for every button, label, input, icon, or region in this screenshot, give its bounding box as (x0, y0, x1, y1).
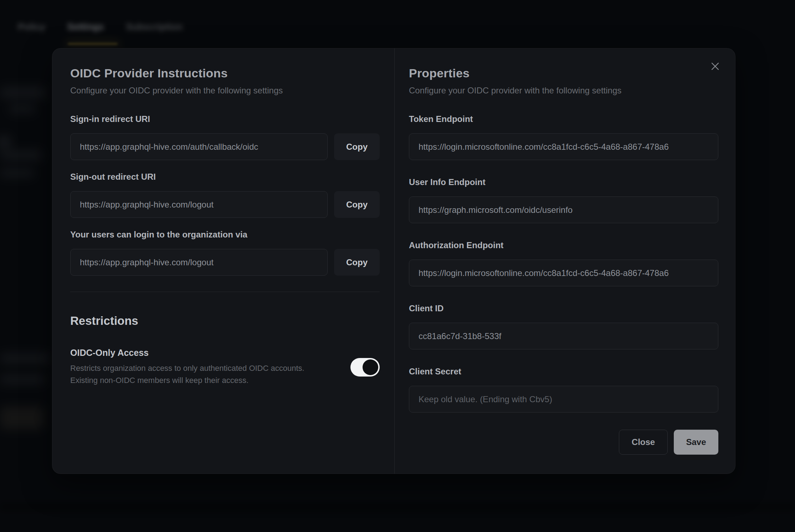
field-group-token-endpoint: Token Endpoint (409, 114, 718, 160)
field-group-authorization-endpoint: Authorization Endpoint (409, 240, 718, 286)
save-button[interactable]: Save (674, 430, 718, 455)
properties-title: Properties (409, 66, 718, 80)
sign-out-redirect-copy-button[interactable]: Copy (334, 191, 380, 218)
sign-out-redirect-uri-label: Sign-out redirect URI (70, 172, 380, 182)
client-id-input[interactable] (409, 323, 718, 349)
section-divider (70, 292, 380, 292)
field-group-sign-in-redirect: Sign-in redirect URI Copy (70, 114, 380, 160)
client-secret-input[interactable] (409, 386, 718, 413)
field-group-sign-out-redirect: Sign-out redirect URI Copy (70, 172, 380, 218)
sign-out-redirect-uri-input[interactable] (70, 191, 328, 218)
user-info-endpoint-input[interactable] (409, 196, 718, 223)
sign-in-redirect-uri-label: Sign-in redirect URI (70, 114, 380, 124)
sign-in-redirect-copy-button[interactable]: Copy (334, 133, 380, 160)
login-via-input[interactable] (70, 249, 328, 276)
login-via-label: Your users can login to the organization… (70, 230, 380, 240)
user-info-endpoint-label: User Info Endpoint (409, 177, 718, 187)
authorization-endpoint-label: Authorization Endpoint (409, 240, 718, 250)
close-button[interactable]: Close (619, 430, 668, 455)
instructions-subtitle: Configure your OIDC provider with the fo… (70, 86, 380, 96)
oidc-only-access-text: OIDC-Only Access Restricts organization … (70, 348, 304, 387)
field-group-client-id: Client ID (409, 303, 718, 349)
oidc-instructions-section: OIDC Provider Instructions Configure you… (52, 48, 394, 474)
authorization-endpoint-input[interactable] (409, 260, 718, 286)
oidc-only-access-description: Restricts organization access to only au… (70, 362, 304, 387)
field-group-login-via: Your users can login to the organization… (70, 230, 380, 276)
toggle-knob (363, 359, 378, 375)
field-group-client-secret: Client Secret (409, 367, 718, 413)
field-group-userinfo-endpoint: User Info Endpoint (409, 177, 718, 223)
oidc-only-access-toggle[interactable] (350, 358, 380, 377)
oidc-only-access-label: OIDC-Only Access (70, 348, 304, 358)
oidc-only-access-row: OIDC-Only Access Restricts organization … (70, 348, 380, 387)
token-endpoint-input[interactable] (409, 133, 718, 160)
token-endpoint-label: Token Endpoint (409, 114, 718, 124)
client-id-label: Client ID (409, 303, 718, 313)
properties-section: Properties Configure your OIDC provider … (395, 48, 735, 474)
login-via-copy-button[interactable]: Copy (334, 249, 380, 276)
instructions-title: OIDC Provider Instructions (70, 66, 380, 80)
client-secret-label: Client Secret (409, 367, 718, 377)
sign-in-redirect-uri-input[interactable] (70, 133, 328, 160)
close-icon[interactable] (709, 61, 721, 72)
restrictions-title: Restrictions (70, 314, 380, 328)
properties-subtitle: Configure your OIDC provider with the fo… (409, 86, 718, 96)
dialog-footer: Close Save (409, 430, 718, 455)
oidc-settings-dialog: OIDC Provider Instructions Configure you… (52, 48, 735, 474)
